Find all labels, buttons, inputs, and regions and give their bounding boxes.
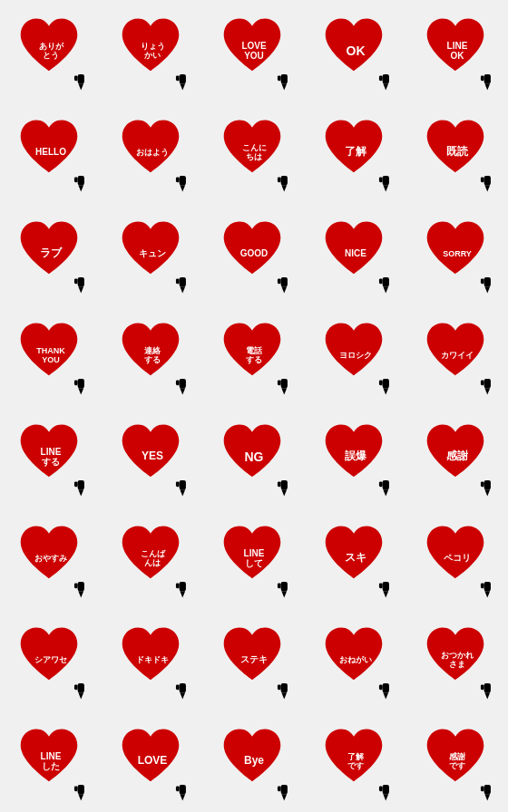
thumbdown-icon <box>376 376 396 396</box>
svg-rect-18 <box>180 176 186 185</box>
svg-rect-21 <box>281 176 288 185</box>
sticker-label: キュン <box>139 248 166 259</box>
svg-rect-119 <box>481 786 484 791</box>
svg-rect-107 <box>74 786 78 791</box>
svg-rect-29 <box>481 177 484 182</box>
thumbdown-icon <box>376 782 396 802</box>
sticker-label: 連絡 する <box>144 346 161 365</box>
sticker-label: 電話 する <box>246 346 262 365</box>
thumbdown-icon <box>478 782 498 802</box>
sticker-label: THANK YOU <box>36 346 65 365</box>
svg-marker-73 <box>484 489 490 496</box>
svg-marker-91 <box>78 692 83 699</box>
svg-rect-114 <box>383 785 389 794</box>
sticker-label: LINE した <box>41 751 62 772</box>
thumbdown-icon <box>275 173 295 193</box>
svg-rect-8 <box>278 75 281 81</box>
svg-marker-58 <box>484 388 490 394</box>
sticker-label: NG <box>245 450 264 464</box>
sticker-label: 感謝 <box>446 450 468 463</box>
svg-rect-44 <box>481 278 484 284</box>
sticker-label: ステキ <box>240 654 268 665</box>
svg-rect-83 <box>278 583 281 588</box>
sticker-cell: スキ <box>305 508 406 609</box>
thumbdown-icon <box>275 376 295 396</box>
svg-marker-43 <box>484 286 490 293</box>
sticker-label: スキ <box>345 552 366 565</box>
svg-rect-32 <box>74 278 78 284</box>
svg-rect-105 <box>78 785 84 794</box>
svg-marker-16 <box>78 185 83 191</box>
svg-marker-25 <box>383 185 388 191</box>
svg-rect-20 <box>176 177 180 182</box>
svg-rect-11 <box>379 75 383 81</box>
sticker-cell: シアワセ <box>0 609 102 710</box>
svg-rect-35 <box>176 278 180 284</box>
svg-marker-115 <box>383 794 388 800</box>
svg-rect-48 <box>180 379 186 388</box>
sticker-label: YES <box>142 450 163 463</box>
sticker-cell: THANK YOU <box>0 304 102 406</box>
svg-rect-89 <box>481 583 484 588</box>
sticker-label: ありが とう <box>39 42 64 61</box>
svg-rect-102 <box>484 683 491 692</box>
sticker-cell: LINE する <box>0 406 102 508</box>
svg-rect-74 <box>481 481 484 487</box>
sticker-cell: おつかれ さま <box>406 609 508 710</box>
svg-rect-62 <box>74 481 78 487</box>
svg-rect-27 <box>484 176 491 185</box>
svg-marker-31 <box>78 286 83 293</box>
svg-rect-42 <box>484 277 491 286</box>
svg-marker-82 <box>281 591 287 597</box>
thumbdown-icon <box>478 173 498 193</box>
thumbdown-icon <box>72 782 92 802</box>
sticker-label: おやすみ <box>34 554 67 563</box>
svg-rect-111 <box>281 785 288 794</box>
thumbdown-icon <box>478 376 498 396</box>
sticker-label: おつかれ さま <box>441 651 474 670</box>
sticker-cell: GOOD <box>203 203 305 304</box>
sticker-cell: LINE して <box>203 508 305 609</box>
svg-marker-40 <box>383 286 388 293</box>
sticker-label: シアワセ <box>34 655 67 664</box>
thumbdown-icon <box>173 275 193 295</box>
svg-marker-1 <box>78 83 83 90</box>
svg-rect-81 <box>281 582 288 591</box>
svg-marker-67 <box>281 489 287 496</box>
svg-marker-100 <box>383 692 388 699</box>
sticker-label: おねがい <box>339 655 372 664</box>
svg-rect-72 <box>484 480 491 489</box>
svg-rect-47 <box>74 380 78 385</box>
svg-rect-60 <box>78 480 84 489</box>
sticker-label: こんば んは <box>141 549 165 568</box>
thumbdown-icon <box>173 173 193 193</box>
svg-rect-78 <box>180 582 186 591</box>
svg-rect-99 <box>383 683 389 692</box>
svg-rect-6 <box>281 74 288 83</box>
svg-rect-17 <box>74 177 78 182</box>
svg-marker-97 <box>281 692 287 699</box>
sticker-cell: LINE OK <box>406 0 508 102</box>
svg-marker-13 <box>484 83 490 90</box>
svg-rect-66 <box>281 480 288 489</box>
svg-rect-50 <box>176 380 180 385</box>
svg-marker-34 <box>180 286 185 293</box>
sticker-label: 了解 です <box>347 752 364 771</box>
svg-rect-30 <box>78 277 84 286</box>
thumbdown-icon <box>72 681 92 701</box>
thumbdown-icon <box>72 275 92 295</box>
thumbdown-icon <box>275 681 295 701</box>
sticker-label: Bye <box>244 755 264 768</box>
svg-marker-88 <box>484 591 490 597</box>
svg-marker-55 <box>383 388 388 394</box>
svg-rect-41 <box>379 278 383 284</box>
svg-rect-90 <box>78 683 84 692</box>
thumbdown-icon <box>173 681 193 701</box>
svg-rect-92 <box>74 684 78 690</box>
sticker-cell: おやすみ <box>0 508 102 609</box>
sticker-cell: ペコリ <box>406 508 508 609</box>
sticker-cell: LOVE <box>102 710 203 812</box>
svg-marker-94 <box>180 692 185 699</box>
thumbdown-icon <box>478 681 498 701</box>
sticker-label: LINE OK <box>447 41 468 62</box>
